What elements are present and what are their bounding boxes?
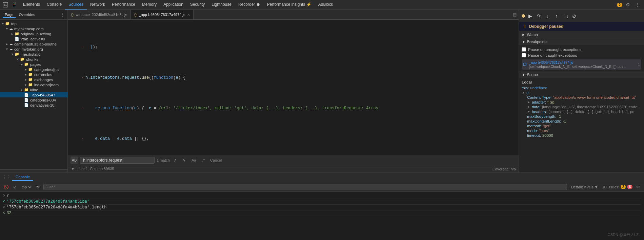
sidebar-tab-overrides[interactable]: Overrides bbox=[17, 12, 37, 17]
tree-item-currencies[interactable]: ► 📁 currencies bbox=[0, 72, 67, 77]
scope-this: this: undefined bbox=[522, 86, 641, 90]
tree-item-kline[interactable]: ► 📁 kline bbox=[0, 87, 67, 92]
tab-memory[interactable]: Memory bbox=[139, 0, 160, 10]
tab-application[interactable]: Application bbox=[160, 0, 187, 10]
console-prompt-1: < bbox=[3, 199, 5, 204]
watch-arrow: ► bbox=[522, 33, 525, 37]
scope-header[interactable]: ▼ Scope bbox=[519, 71, 644, 78]
tree-item-pages[interactable]: ► 📁 pages bbox=[0, 62, 67, 67]
pause-caught-checkbox[interactable] bbox=[522, 53, 526, 57]
editor-tab-webpack[interactable]: {} webpack-202d9e5f2ca81e3c.js bbox=[68, 10, 131, 19]
scope-expand-e[interactable]: ▼ bbox=[522, 91, 525, 94]
tab-elements[interactable]: Elements bbox=[20, 0, 43, 10]
search-input[interactable] bbox=[80, 157, 155, 164]
breakpoint-checkbox[interactable]: ☑ bbox=[523, 62, 527, 67]
tab-performance-insights[interactable]: Performance insights ⚡ bbox=[264, 0, 315, 10]
console-panel-drag[interactable]: ⋮⋮ bbox=[3, 175, 11, 180]
sidebar-more-btn[interactable]: ⋮ bbox=[61, 12, 65, 17]
tree-item-app-b460547[interactable]: ► 📄 _app-b460547 bbox=[0, 92, 67, 97]
debug-stepout-btn[interactable]: ↑ bbox=[553, 12, 560, 20]
settings-icon[interactable]: ⚙ bbox=[624, 1, 632, 9]
debug-deactivate-btn[interactable]: ⊘ bbox=[570, 12, 578, 20]
console-tabs: ⋮⋮ Console bbox=[0, 172, 644, 182]
pause-uncaught-checkbox[interactable] bbox=[522, 47, 526, 52]
breakpoint-item[interactable]: ☑ _app-b4605476317a4974.js (self.webpack… bbox=[522, 59, 641, 70]
scope-expand-adapter[interactable]: ► bbox=[527, 100, 530, 104]
tab-adblock[interactable]: AdBlock bbox=[315, 0, 337, 10]
tab-lighthouse[interactable]: Lighthouse bbox=[208, 0, 235, 10]
tab-security[interactable]: Security bbox=[187, 0, 208, 10]
tree-item-derivatives105[interactable]: ► 📄 derivatives-10: bbox=[0, 103, 67, 108]
console-settings-btn[interactable]: ⚙ bbox=[635, 184, 641, 190]
console-clear-btn[interactable]: 🚫 bbox=[3, 184, 9, 190]
tree-item-chunks[interactable]: ▼ 📁 chunks bbox=[0, 57, 67, 62]
scope-val-adapter: f (e) bbox=[547, 100, 554, 104]
debug-stepinto-btn[interactable]: ↓ bbox=[544, 12, 551, 20]
debug-stepover-btn[interactable]: ↷ bbox=[535, 12, 543, 20]
tree-item-indicator[interactable]: ► 📁 indicator/[nam bbox=[0, 82, 67, 87]
search-cancel-btn[interactable]: Cancel bbox=[210, 158, 222, 162]
tree-item-mytokencap[interactable]: ▼ ☁ mytokencap.com bbox=[0, 26, 67, 31]
debug-resume-btn[interactable]: ▶ bbox=[526, 12, 534, 20]
console-issues: 10 Issues: 2 8 bbox=[602, 185, 632, 189]
scope-data[interactable]: ► data: {language: 'en_US', timestamp: '… bbox=[522, 105, 641, 109]
tree-item-categories[interactable]: ► 📁 categories/[na bbox=[0, 67, 67, 72]
top-nav: 📱 Elements Console Sources Network Perfo… bbox=[0, 0, 644, 10]
tab-performance[interactable]: Performance bbox=[108, 0, 139, 10]
scope-headers[interactable]: ► headers: {common: {...}, delete: {...}… bbox=[522, 109, 641, 114]
scope-maxcontentlength: maxContentLength: -1 bbox=[522, 119, 641, 124]
tab-recorder[interactable]: Recorder ⏺ bbox=[235, 0, 264, 10]
watch-header[interactable]: ► Watch bbox=[519, 31, 644, 38]
tree-item-top[interactable]: ▼ 📁 top bbox=[0, 21, 67, 26]
sidebar-scrollbar[interactable] bbox=[0, 169, 67, 172]
editor-tab-close[interactable]: × bbox=[187, 12, 190, 17]
paused-label: Debugger paused bbox=[529, 24, 563, 29]
console-level-btn[interactable]: Default levels ▼ bbox=[569, 184, 600, 190]
breakpoints-header[interactable]: ▼ Breakpoints bbox=[519, 38, 644, 45]
breakpoints-content: Pause on uncaught exceptions Pause on ca… bbox=[519, 45, 644, 71]
console-tab-main[interactable]: Console bbox=[12, 173, 33, 181]
search-regex-btn[interactable]: .* bbox=[200, 157, 207, 163]
more-menu-icon[interactable]: ⋮ bbox=[633, 1, 641, 9]
console-filter-input[interactable] bbox=[43, 184, 567, 190]
tree-item-nuxt-img[interactable]: ► 📁 original/_nuxt/img bbox=[0, 31, 67, 36]
search-prev-btn[interactable]: ∧ bbox=[172, 157, 179, 164]
code-line: - return function(e) { e = {url: '/ticke… bbox=[68, 105, 519, 111]
inspect-icon[interactable]: 📱 bbox=[10, 1, 18, 9]
search-toggle-btn[interactable]: AB bbox=[71, 156, 78, 164]
search-case-btn[interactable]: Aa bbox=[189, 157, 198, 163]
tree-item-exchanges[interactable]: ► 📁 exchanges bbox=[0, 77, 67, 82]
scope-val-mode: "cros" bbox=[539, 129, 549, 133]
debug-step-btn[interactable]: →↓ bbox=[562, 12, 569, 20]
editor-toggle-sidebar[interactable]: ▤ bbox=[511, 10, 519, 19]
code-scroll[interactable]: - }); - h.interceptors.request.use((func… bbox=[68, 20, 519, 155]
tree-item-cdn-mytoken[interactable]: ▼ ☁ cdn.mytoken.org bbox=[0, 47, 67, 52]
tree-item-camelhash[interactable]: ► ☁ camelhash.s3.ap-southe bbox=[0, 41, 67, 47]
tree-item-categories034[interactable]: ► 📄 categories-034 bbox=[0, 97, 67, 103]
scope-e[interactable]: ▼ e: bbox=[522, 90, 641, 95]
scope-adapter[interactable]: ► adapter: f (e) bbox=[522, 100, 641, 105]
scope-expand-headers[interactable]: ► bbox=[527, 110, 530, 113]
tree-item-next-static[interactable]: ▼ 📁 _next/static bbox=[0, 52, 67, 57]
search-next-btn[interactable]: ∨ bbox=[181, 157, 187, 164]
scope-expand-data[interactable]: ► bbox=[527, 105, 530, 109]
tab-network[interactable]: Network bbox=[87, 0, 108, 10]
console-eye-btn[interactable]: 👁 bbox=[35, 184, 41, 190]
breakpoint-line-num: 1 bbox=[638, 63, 640, 67]
scope-key-data: data: bbox=[532, 105, 541, 109]
debugger-panel: ▶ ↷ ↓ ↑ →↓ ⊘ ⏸ Debugger paused ► Watch bbox=[519, 10, 644, 172]
console-content: > r < '757dbfeb865e8277a284d8fa4a4b51ba'… bbox=[0, 192, 644, 240]
breakpoints-label: Breakpoints bbox=[527, 40, 547, 44]
editor-tab-app[interactable]: {} _app-b4605476317a4974.js × bbox=[131, 10, 194, 19]
scope-val-mcl: -1 bbox=[562, 119, 566, 123]
tree-item-tab-active[interactable]: ► 📄 ?tab_active=0 bbox=[0, 36, 67, 41]
tab-console[interactable]: Console bbox=[43, 0, 65, 10]
sidebar-tab-page[interactable]: Page bbox=[3, 12, 16, 18]
console-filter-toggle[interactable]: ⊘ bbox=[12, 184, 18, 190]
scope-label: Scope bbox=[527, 73, 538, 77]
devtools-logo[interactable] bbox=[1, 1, 9, 9]
console-context-select[interactable]: top bbox=[20, 185, 33, 189]
scope-val-method: "get" bbox=[543, 124, 551, 128]
pause-indicator bbox=[522, 14, 525, 18]
tab-sources[interactable]: Sources bbox=[65, 0, 87, 10]
